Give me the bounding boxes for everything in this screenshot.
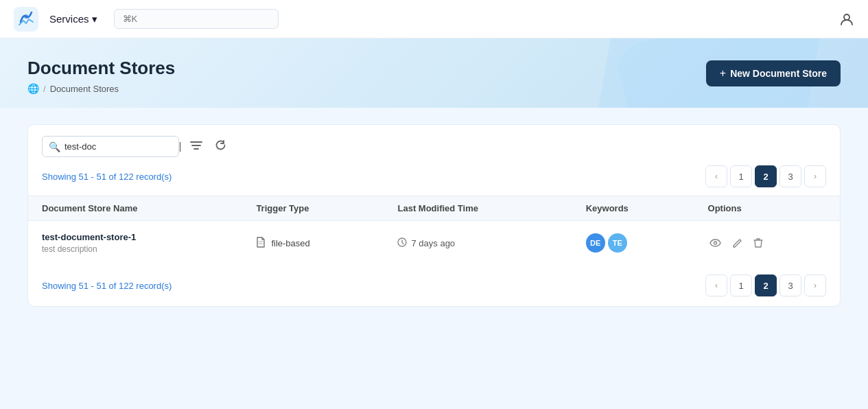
global-search	[114, 9, 279, 29]
prev-page-button-top[interactable]: ‹	[705, 165, 727, 187]
col-name: Document Store Name	[28, 196, 242, 221]
page-3-button-bottom[interactable]: 3	[779, 274, 801, 296]
table-row: test-document-store-1 test description	[28, 221, 840, 266]
records-count-bottom: Showing 51 - 51 of 122 record(s)	[42, 281, 172, 291]
content-card: 🔍	[27, 124, 841, 307]
prev-page-button-bottom[interactable]: ‹	[705, 274, 727, 296]
cell-modified: 7 days ago	[384, 221, 572, 266]
keyword-badge-te: TE	[608, 233, 627, 253]
chevron-left-icon-bottom: ‹	[715, 281, 718, 290]
page-1-button-top[interactable]: 1	[730, 165, 752, 187]
search-icon: 🔍	[49, 141, 60, 152]
trigger-cell: file-based	[256, 237, 370, 250]
file-icon	[256, 237, 266, 250]
svg-point-9	[714, 242, 716, 244]
chevron-right-icon: ›	[814, 172, 817, 181]
keyword-badge-de: DE	[586, 233, 605, 253]
col-options: Options	[694, 196, 840, 221]
new-document-store-button[interactable]: + New Document Store	[706, 60, 841, 86]
store-name: test-document-store-1	[42, 232, 228, 242]
view-button[interactable]	[708, 237, 723, 248]
navbar: Services ▾	[0, 0, 868, 38]
refresh-icon	[215, 141, 226, 153]
col-keywords: Keywords	[572, 196, 694, 221]
filter-icon	[190, 141, 202, 152]
records-row-bottom: Showing 51 - 51 of 122 record(s) ‹ 1 2 3…	[28, 265, 840, 306]
svg-rect-0	[14, 7, 38, 32]
store-description: test description	[42, 244, 228, 254]
page-3-button-top[interactable]: 3	[779, 165, 801, 187]
trigger-type-label: file-based	[271, 238, 309, 248]
page-2-button-top[interactable]: 2	[755, 165, 777, 187]
breadcrumb-current: Document Stores	[50, 84, 119, 94]
chevron-left-icon: ‹	[715, 172, 718, 181]
search-input[interactable]	[42, 136, 179, 157]
services-label: Services	[49, 13, 89, 25]
table-header-row: Document Store Name Trigger Type Last Mo…	[28, 196, 840, 221]
cell-options	[694, 221, 840, 266]
svg-point-1	[24, 14, 28, 19]
text-cursor	[180, 142, 180, 152]
clock-icon	[397, 237, 407, 249]
next-page-button-bottom[interactable]: ›	[804, 274, 826, 296]
pagination-bottom: ‹ 1 2 3 ›	[705, 274, 826, 296]
cell-keywords: DE TE	[572, 221, 694, 266]
main-content: 🔍	[0, 108, 868, 323]
records-count-top: Showing 51 - 51 of 122 record(s)	[42, 172, 172, 182]
col-trigger: Trigger Type	[242, 196, 384, 221]
options-cell	[708, 236, 826, 250]
cell-name: test-document-store-1 test description	[28, 221, 242, 266]
search-wrap: 🔍	[42, 136, 180, 157]
cell-trigger: file-based	[242, 221, 384, 266]
filter-button[interactable]	[187, 138, 205, 156]
breadcrumb-separator: /	[43, 84, 46, 94]
col-modified: Last Modified Time	[384, 196, 572, 221]
page-2-button-bottom[interactable]: 2	[755, 274, 777, 296]
pagination-top: ‹ 1 2 3 ›	[705, 165, 826, 187]
logo[interactable]	[14, 7, 38, 32]
next-page-button-top[interactable]: ›	[804, 165, 826, 187]
plus-icon: +	[720, 67, 726, 80]
chevron-down-icon: ▾	[92, 13, 97, 25]
page-header: Document Stores 🌐 / Document Stores + Ne…	[0, 38, 868, 108]
time-cell: 7 days ago	[397, 237, 558, 249]
eye-icon	[709, 239, 721, 247]
page-1-button-bottom[interactable]: 1	[730, 274, 752, 296]
keywords-cell: DE TE	[586, 233, 681, 253]
user-menu-button[interactable]	[839, 12, 854, 27]
trash-icon	[753, 237, 763, 248]
services-button[interactable]: Services ▾	[49, 13, 97, 25]
modified-time: 7 days ago	[411, 238, 455, 248]
data-table: Document Store Name Trigger Type Last Mo…	[28, 196, 840, 265]
delete-button[interactable]	[752, 236, 764, 250]
filter-row: 🔍	[28, 125, 840, 165]
records-row-top: Showing 51 - 51 of 122 record(s) ‹ 1 2 3…	[28, 165, 840, 196]
pencil-icon	[732, 238, 742, 248]
globe-icon: 🌐	[27, 83, 39, 94]
chevron-right-icon-bottom: ›	[814, 281, 817, 290]
new-document-store-label: New Document Store	[730, 68, 827, 79]
svg-point-2	[844, 14, 849, 20]
edit-button[interactable]	[731, 237, 744, 250]
global-search-input[interactable]	[114, 9, 279, 29]
refresh-button[interactable]	[212, 137, 229, 156]
